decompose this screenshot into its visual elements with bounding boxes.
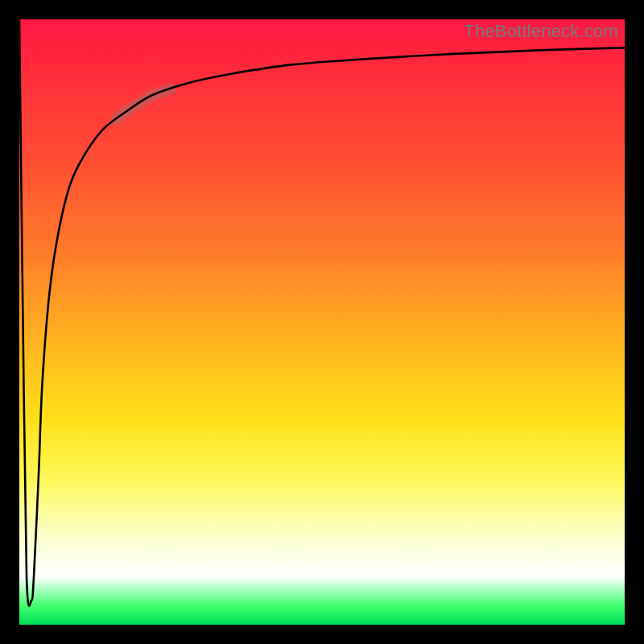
curve-layer <box>19 19 625 625</box>
bottleneck-curve <box>19 19 625 606</box>
plot-area: TheBottleneck.com <box>19 19 625 625</box>
chart-frame: TheBottleneck.com <box>0 0 644 644</box>
curve-highlight-segment <box>116 89 171 119</box>
